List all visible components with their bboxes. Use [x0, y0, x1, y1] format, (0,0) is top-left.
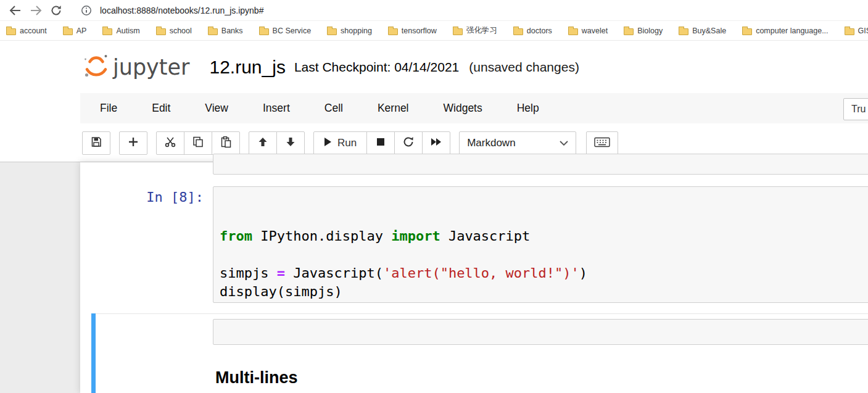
- menu-item-help[interactable]: Help: [500, 93, 556, 123]
- menu-item-view[interactable]: View: [188, 93, 246, 123]
- folder-icon: [6, 28, 16, 35]
- code-editor[interactable]: from IPython.display import Javascript s…: [213, 186, 868, 303]
- menu-item-widgets[interactable]: Widgets: [426, 93, 500, 123]
- code-line: [220, 190, 868, 209]
- bookmark-item[interactable]: BC Service: [259, 27, 312, 35]
- add-cell-button[interactable]: [119, 131, 147, 155]
- bookmark-label: 强化学习: [466, 25, 497, 36]
- paste-cell-button[interactable]: [212, 131, 240, 155]
- run-button-label: Run: [337, 137, 357, 149]
- notebook-title[interactable]: 12.run_js: [209, 57, 285, 78]
- copy-icon: [192, 136, 204, 151]
- menu-item-insert[interactable]: Insert: [246, 93, 307, 123]
- code-line: [220, 209, 868, 227]
- previous-cell-input-area[interactable]: [213, 154, 868, 175]
- address-bar-url[interactable]: localhost:8888/notebooks/12.run_js.ipynb…: [100, 6, 263, 15]
- menu-item-edit[interactable]: Edit: [134, 93, 188, 123]
- folder-icon: [327, 28, 337, 35]
- menu-bar: FileEditViewInsertCellKernelWidgetsHelp …: [0, 93, 868, 123]
- bookmark-item[interactable]: GIS: [845, 27, 868, 35]
- bookmark-item[interactable]: Biology: [624, 27, 663, 35]
- move-cell-up-button[interactable]: [249, 131, 277, 155]
- move-cell-down-button[interactable]: [276, 131, 305, 155]
- folder-icon: [845, 28, 854, 35]
- jupyter-logo[interactable]: jupyter: [82, 52, 189, 83]
- notebook-container: In [8]: from IPython.display import Java…: [80, 162, 868, 393]
- bookmark-item[interactable]: doctors: [513, 27, 552, 35]
- forward-icon[interactable]: [25, 2, 46, 19]
- bookmark-item[interactable]: AP: [63, 27, 87, 35]
- code-token: Javascript(: [285, 265, 383, 281]
- unsaved-changes-status: (unsaved changes): [469, 60, 579, 75]
- bookmark-item[interactable]: account: [6, 27, 47, 35]
- cut-icon: [164, 136, 176, 151]
- code-token: simpjs: [220, 265, 277, 281]
- add-cell-icon: [127, 136, 139, 151]
- folder-icon: [742, 28, 752, 35]
- bookmark-item[interactable]: Buy&Sale: [679, 27, 726, 35]
- bookmark-label: BC Service: [273, 27, 312, 35]
- bookmark-label: account: [20, 27, 47, 35]
- bookmark-item[interactable]: school: [156, 27, 192, 35]
- code-token: IPython.display: [252, 228, 391, 244]
- bookmark-item[interactable]: shopping: [327, 27, 372, 35]
- code-token: ): [579, 265, 587, 281]
- code-line: [220, 246, 868, 264]
- save-icon: [90, 136, 102, 151]
- save-button[interactable]: [82, 131, 110, 155]
- refresh-icon[interactable]: [46, 2, 66, 19]
- folder-icon: [453, 28, 463, 35]
- cut-cell-button[interactable]: [156, 131, 184, 155]
- bookmark-item[interactable]: wavelet: [568, 27, 608, 35]
- trusted-button[interactable]: Tru: [843, 98, 868, 120]
- code-line: simpjs = Javascript('alert("hello, world…: [220, 264, 868, 283]
- paste-icon: [220, 136, 232, 151]
- bookmark-item[interactable]: 强化学习: [453, 25, 497, 36]
- bookmark-item[interactable]: computer language...: [742, 27, 828, 35]
- copy-cell-button[interactable]: [184, 131, 212, 155]
- folder-icon: [568, 28, 578, 35]
- dropdown-chevron-icon: [560, 137, 568, 149]
- folder-icon: [156, 28, 166, 35]
- page-info-icon[interactable]: [76, 2, 96, 19]
- command-palette-button[interactable]: [586, 131, 618, 155]
- back-icon[interactable]: [5, 2, 25, 19]
- run-button[interactable]: Run: [313, 131, 367, 155]
- jupyter-logo-icon: [82, 52, 110, 83]
- interrupt-kernel-button[interactable]: [366, 131, 395, 155]
- bookmark-label: GIS: [858, 27, 868, 35]
- move-up-icon: [257, 136, 268, 150]
- notebook-header: jupyter 12.run_js Last Checkpoint: 04/14…: [0, 41, 868, 93]
- restart-kernel-button[interactable]: [394, 131, 423, 155]
- menu-item-kernel[interactable]: Kernel: [360, 93, 426, 123]
- bookmarks-bar: accountAPAutismschoolBanksBC Serviceshop…: [0, 21, 868, 41]
- jupyter-logo-text: jupyter: [113, 55, 189, 80]
- folder-icon: [259, 28, 269, 35]
- restart-kernel-icon: [402, 136, 415, 151]
- bookmark-item[interactable]: Autism: [102, 27, 139, 35]
- checkpoint-status: Last Checkpoint: 04/14/2021: [294, 60, 459, 75]
- folder-icon: [388, 28, 398, 35]
- menu-item-cell[interactable]: Cell: [307, 93, 360, 123]
- bookmark-label: Autism: [116, 27, 139, 35]
- screen: localhost:8888/notebooks/12.run_js.ipynb…: [0, 0, 868, 393]
- selected-cell-input-area[interactable]: [213, 319, 868, 345]
- fast-forward-icon: [430, 137, 442, 149]
- folder-icon: [513, 28, 523, 35]
- folder-icon: [624, 28, 634, 35]
- bookmark-label: wavelet: [582, 27, 608, 35]
- restart-run-all-button[interactable]: [422, 131, 450, 155]
- markdown-heading[interactable]: Multi-lines: [215, 368, 298, 387]
- cell-execution-prompt: In [8]:: [80, 189, 209, 205]
- menu-item-file[interactable]: File: [83, 93, 134, 123]
- stop-icon: [376, 138, 385, 149]
- bookmark-label: Biology: [637, 27, 663, 35]
- code-line: from IPython.display import Javascript: [220, 227, 868, 246]
- code-token: Javascript: [440, 228, 531, 244]
- bookmark-item[interactable]: tensorflow: [388, 27, 437, 35]
- bookmark-label: shopping: [341, 27, 372, 35]
- bookmark-item[interactable]: Banks: [208, 27, 243, 35]
- code-line: display(simpjs): [220, 283, 868, 301]
- cell-type-select[interactable]: Markdown: [459, 131, 576, 155]
- bookmark-label: school: [170, 27, 192, 35]
